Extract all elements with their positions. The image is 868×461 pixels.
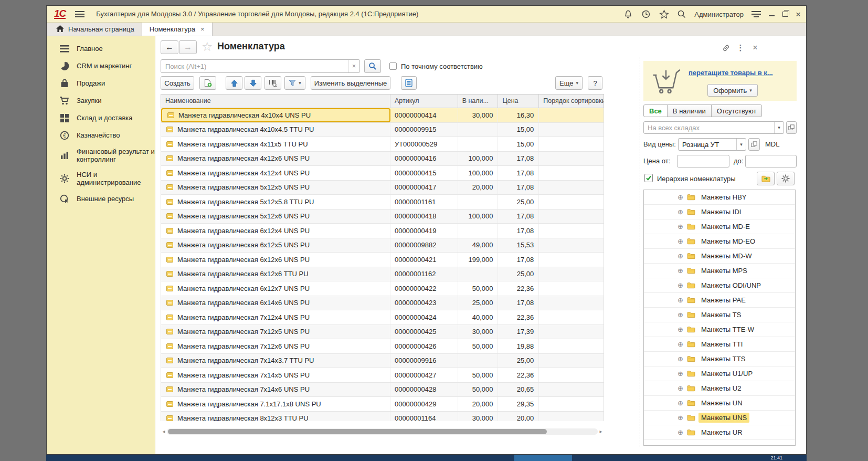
- history-icon[interactable]: [641, 9, 651, 19]
- tree-node-label[interactable]: Манжеты IDI: [698, 207, 744, 217]
- expand-icon[interactable]: ⊕: [678, 384, 687, 392]
- scroll-left-icon[interactable]: ◂: [161, 428, 167, 434]
- warehouse-dropdown-icon[interactable]: ▾: [774, 122, 784, 133]
- filter-tab-all[interactable]: Все: [643, 104, 668, 117]
- sort-order-cell[interactable]: [539, 383, 604, 397]
- user-menu-icon[interactable]: [751, 9, 761, 19]
- sidebar-item-7[interactable]: НСИ и администрирование: [47, 171, 155, 186]
- search-clear-icon[interactable]: ×: [348, 60, 359, 72]
- sidebar-item-0[interactable]: Главное: [47, 44, 155, 54]
- move-down-button[interactable]: [245, 76, 261, 90]
- tab-nomenclature[interactable]: Номенклатура ×: [142, 22, 213, 36]
- name-cell[interactable]: Манжета гидравлическая 6x12x5 UNS PU: [161, 238, 390, 253]
- tree-settings-button[interactable]: [777, 172, 795, 185]
- sort-order-cell[interactable]: [539, 152, 604, 166]
- price-cell[interactable]: 17,08: [498, 253, 539, 267]
- price-cell[interactable]: 16,30: [498, 108, 539, 122]
- table-row[interactable]: Манжета гидравлическая 7x12x4 UNS PU0000…: [161, 310, 604, 325]
- name-cell[interactable]: Манжета гидравлическая 7x14x3.7 TTU PU: [161, 354, 390, 368]
- stock-cell[interactable]: 30,000: [458, 325, 499, 339]
- stock-cell[interactable]: [458, 195, 499, 209]
- price-cell[interactable]: 17,08: [498, 181, 539, 195]
- article-cell[interactable]: 00000000416: [390, 152, 458, 166]
- current-user[interactable]: Администратор: [694, 11, 744, 18]
- table-row[interactable]: Манжета гидравлическая 7x12x5 UNS PU0000…: [161, 325, 604, 340]
- hierarchy-checkbox[interactable]: [644, 174, 653, 182]
- stock-cell[interactable]: 100,000: [458, 166, 499, 180]
- tree-node[interactable]: ⊕Манжеты U2: [644, 381, 795, 396]
- tree-node[interactable]: ⊕Манжеты TTS: [644, 352, 795, 366]
- expand-icon[interactable]: ⊕: [678, 340, 687, 348]
- tree-node-label[interactable]: Манжеты ODI/UNP: [698, 280, 764, 290]
- forward-button[interactable]: →: [179, 40, 197, 54]
- price-type-dropdown-icon[interactable]: ▾: [736, 139, 746, 150]
- tree-node-label[interactable]: Манжеты MPS: [698, 266, 750, 276]
- sort-order-cell[interactable]: [539, 181, 604, 195]
- stock-cell[interactable]: 50,000: [458, 368, 499, 382]
- form-close-icon[interactable]: ×: [750, 43, 760, 53]
- sidebar-item-5[interactable]: €Казначейство: [47, 130, 155, 140]
- tree-node[interactable]: ⊕Манжеты HBY: [644, 190, 795, 205]
- price-cell[interactable]: 25,00: [498, 195, 539, 209]
- stock-cell[interactable]: 40,000: [458, 310, 499, 324]
- price-cell[interactable]: 15,00: [498, 137, 539, 151]
- article-cell[interactable]: 00000000417: [390, 181, 458, 195]
- price-cell[interactable]: 15,00: [498, 123, 539, 137]
- expand-icon[interactable]: ⊕: [678, 193, 687, 201]
- stock-cell[interactable]: 50,000: [458, 281, 499, 296]
- expand-icon[interactable]: ⊕: [678, 370, 687, 378]
- stock-cell[interactable]: [458, 123, 499, 137]
- filter-tab-in-stock[interactable]: В наличии: [667, 104, 712, 117]
- sort-order-cell[interactable]: [539, 339, 604, 353]
- article-cell[interactable]: УТ000000529: [390, 137, 458, 151]
- tree-node-label[interactable]: Манжеты MD-E: [698, 222, 753, 232]
- tree-node-label[interactable]: Манжеты UNS: [698, 413, 749, 423]
- name-cell[interactable]: Манжета гидравлическая 6x12x6 UNS PU: [161, 253, 390, 267]
- tree-node[interactable]: ⊕Манжеты UN: [644, 396, 795, 411]
- sort-order-cell[interactable]: [539, 238, 604, 253]
- search-input[interactable]: [161, 60, 348, 72]
- expand-icon[interactable]: ⊕: [678, 252, 687, 260]
- create-group-button[interactable]: [199, 76, 216, 90]
- window-minimize-button[interactable]: [769, 12, 775, 17]
- sort-order-cell[interactable]: [539, 281, 604, 296]
- table-row[interactable]: Манжета гидравлическая 4x12x4 UNS PU0000…: [161, 166, 604, 181]
- stock-cell[interactable]: 30,000: [458, 108, 499, 122]
- sort-order-cell[interactable]: [539, 354, 604, 368]
- expand-icon[interactable]: ⊕: [678, 223, 687, 230]
- article-cell[interactable]: 00000001164: [390, 412, 458, 422]
- tree-node[interactable]: ⊕Манжеты UR: [644, 425, 795, 440]
- expand-icon[interactable]: ⊕: [678, 326, 687, 333]
- expand-icon[interactable]: ⊕: [678, 296, 687, 304]
- stock-cell[interactable]: [458, 354, 499, 368]
- scrollbar-thumb[interactable]: [168, 429, 547, 434]
- article-cell[interactable]: 00000001162: [390, 267, 458, 281]
- table-row[interactable]: Манжета гидравлическая 8x12x3 TTU PU0000…: [161, 412, 604, 422]
- name-cell[interactable]: Манжета гидравлическая 6x12x4 UNS PU: [161, 224, 390, 238]
- table-row[interactable]: Манжета гидравлическая 7x12x6 UNS PU0000…: [161, 339, 604, 354]
- price-cell[interactable]: 15,53: [498, 238, 539, 253]
- article-cell[interactable]: 00000000424: [390, 310, 458, 324]
- sort-order-cell[interactable]: [539, 137, 604, 151]
- sort-order-cell[interactable]: [539, 310, 604, 324]
- more-actions-button[interactable]: Еще▾: [555, 76, 583, 90]
- help-button[interactable]: ?: [588, 76, 602, 90]
- stock-cell[interactable]: 50,000: [458, 383, 499, 397]
- stock-cell[interactable]: [458, 224, 499, 238]
- table-row[interactable]: Манжета гидравлическая 4x10x4 UNS PU0000…: [161, 108, 604, 123]
- barcode-scan-button[interactable]: [264, 76, 281, 90]
- expand-icon[interactable]: ⊕: [678, 267, 687, 275]
- sidebar-item-2[interactable]: Продажи: [47, 78, 155, 88]
- favorites-star-icon[interactable]: [659, 9, 669, 19]
- stock-cell[interactable]: 30,000: [458, 412, 499, 422]
- name-cell[interactable]: Манжета гидравлическая 6x12x6 TTU PU: [161, 267, 390, 281]
- price-from-input[interactable]: [677, 155, 729, 167]
- name-cell[interactable]: Манжета гидравлическая 7.1x17.1x8 UNS PU: [161, 397, 390, 411]
- article-cell[interactable]: 00000000421: [390, 253, 458, 267]
- edit-selected-button[interactable]: Изменить выделенные: [311, 76, 390, 90]
- article-cell[interactable]: 00000000418: [390, 209, 458, 224]
- name-cell[interactable]: Манжета гидравлическая 7x12x5 UNS PU: [161, 325, 390, 339]
- tree-node-label[interactable]: Манжеты U2: [698, 383, 744, 393]
- name-cell[interactable]: Манжета гидравлическая 4x11x5 TTU PU: [161, 137, 390, 151]
- sort-order-cell[interactable]: [539, 267, 604, 281]
